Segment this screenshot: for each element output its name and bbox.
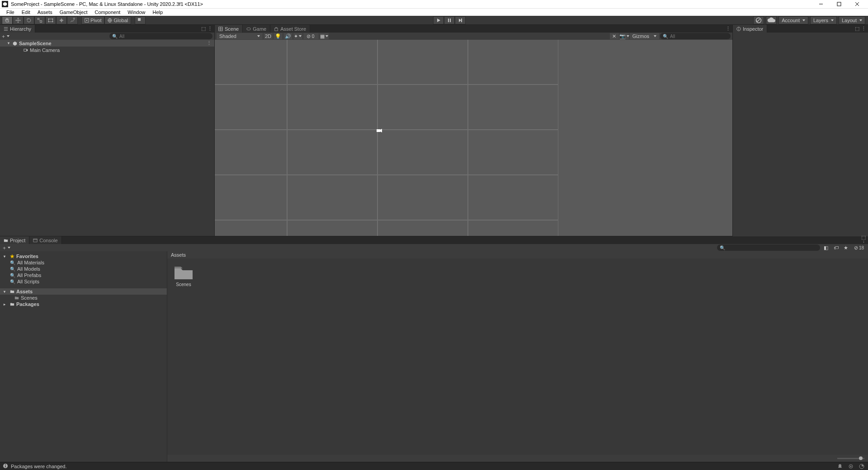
window-close-button[interactable] <box>848 0 866 8</box>
scene-context-icon[interactable]: ⋮ <box>207 40 212 46</box>
window-maximize-button[interactable] <box>830 0 848 8</box>
hierarchy-item-main-camera[interactable]: Main Camera <box>0 47 214 53</box>
scene-tools-button[interactable]: ✕ <box>610 33 619 39</box>
hierarchy-panel: Hierarchy ⬚ ⋮ ＋ 🔍 ▾ SampleScene ⋮ <box>0 25 215 236</box>
layout-dropdown[interactable]: Layout <box>839 16 865 24</box>
project-add-button[interactable]: ＋ <box>2 244 8 251</box>
menu-gameobject[interactable]: GameObject <box>56 9 91 15</box>
status-notification-icon[interactable] <box>836 463 844 470</box>
layers-dropdown[interactable]: Layers <box>810 16 837 24</box>
gizmos-dropdown[interactable]: Gizmos <box>630 33 659 39</box>
panel-lock-icon[interactable]: ⬚ <box>201 26 206 32</box>
scene-lighting-toggle[interactable]: 💡 <box>274 33 283 39</box>
svg-point-10 <box>52 19 53 19</box>
svg-rect-28 <box>461 19 462 22</box>
2d-toggle-button[interactable]: 2D <box>264 33 273 39</box>
panel-lock-icon[interactable]: ⬚ <box>861 235 866 240</box>
snap-toggle-button[interactable] <box>135 16 146 24</box>
project-hidden-toggle[interactable]: ⊘18 <box>852 244 866 251</box>
hand-tool-button[interactable] <box>2 16 13 24</box>
project-breadcrumb[interactable]: Assets <box>167 251 868 258</box>
hierarchy-search-input[interactable] <box>119 34 210 39</box>
hierarchy-add-button[interactable]: ＋ <box>2 33 8 39</box>
menu-file[interactable]: File <box>3 9 18 15</box>
pivot-toggle-button[interactable]: Pivot <box>81 16 104 24</box>
tree-fav-prefabs[interactable]: 🔍All Prefabs <box>0 272 167 278</box>
scene-tab[interactable]: Scene <box>215 25 243 33</box>
tree-fav-materials[interactable]: 🔍All Materials <box>0 259 167 266</box>
2d-label: 2D <box>265 33 271 39</box>
project-tab-label: Project <box>10 238 25 243</box>
status-progress-icon[interactable] <box>858 463 865 470</box>
scene-effects-dropdown[interactable]: ✦ <box>293 33 302 39</box>
transform-tool-button[interactable] <box>56 16 67 24</box>
scene-camera-dropdown[interactable]: 📷 <box>620 33 629 39</box>
menu-window[interactable]: Window <box>124 9 149 15</box>
tree-fav-models[interactable]: 🔍All Models <box>0 266 167 272</box>
game-tab[interactable]: Game <box>243 25 270 33</box>
scene-audio-toggle[interactable]: 🔊 <box>283 33 292 39</box>
tree-packages[interactable]: ▸Packages <box>0 301 167 307</box>
svg-rect-20 <box>138 18 139 19</box>
project-filter-label-button[interactable]: 🏷 <box>832 244 840 251</box>
search-icon: 🔍 <box>10 273 15 278</box>
svg-rect-23 <box>140 19 141 20</box>
eye-off-icon: ⊘ <box>854 245 858 251</box>
collab-button[interactable] <box>753 16 764 24</box>
global-toggle-button[interactable]: Global <box>104 16 131 24</box>
custom-tool-button[interactable] <box>67 16 78 24</box>
tree-assets[interactable]: ▾Assets <box>0 288 167 295</box>
hierarchy-scene-row[interactable]: ▾ SampleScene ⋮ <box>0 40 214 47</box>
project-favorite-button[interactable]: ★ <box>842 244 850 251</box>
hierarchy-search[interactable]: 🔍 <box>109 33 212 39</box>
scene-search[interactable]: 🔍 <box>660 33 731 39</box>
play-button[interactable] <box>433 16 444 24</box>
shading-mode-dropdown[interactable]: Shaded <box>217 33 263 39</box>
menu-assets[interactable]: Assets <box>34 9 56 15</box>
tree-favorites[interactable]: ▾★Favorites <box>0 253 167 259</box>
svg-rect-45 <box>33 239 37 242</box>
account-dropdown[interactable]: Account <box>778 16 808 24</box>
asset-item-scenes[interactable]: Scenes <box>173 264 194 287</box>
step-button[interactable] <box>455 16 466 24</box>
search-icon: 🔍 <box>112 34 118 39</box>
scale-tool-button[interactable] <box>34 16 45 24</box>
scene-viewport[interactable] <box>215 40 732 236</box>
inspector-tab[interactable]: Inspector <box>733 25 767 33</box>
window-minimize-button[interactable] <box>812 0 830 8</box>
asset-store-tab[interactable]: Asset Store <box>270 25 310 33</box>
console-tab[interactable]: Console <box>29 236 61 244</box>
project-filter-type-button[interactable]: ◧ <box>822 244 830 251</box>
pause-button[interactable] <box>444 16 455 24</box>
camera-gizmo-icon[interactable] <box>377 128 382 133</box>
effects-icon: ✦ <box>294 33 298 39</box>
scene-search-input[interactable] <box>670 34 728 39</box>
thumbnail-size-slider[interactable] <box>837 458 864 459</box>
panel-menu-icon[interactable]: ⋮ <box>861 26 866 32</box>
list-icon <box>4 27 8 31</box>
tree-fav-scripts[interactable]: 🔍All Scripts <box>0 278 167 285</box>
rotate-tool-button[interactable] <box>24 16 34 24</box>
scene-grid-dropdown[interactable]: ▦ <box>320 33 329 39</box>
menu-component[interactable]: Component <box>91 9 124 15</box>
svg-rect-25 <box>448 19 449 22</box>
cloud-button[interactable] <box>766 16 777 24</box>
info-icon <box>736 27 741 31</box>
scene-hidden-toggle[interactable]: ⊘0 <box>303 33 319 39</box>
panel-menu-icon[interactable]: ⋮ <box>725 26 731 32</box>
menu-edit[interactable]: Edit <box>18 9 34 15</box>
rect-tool-button[interactable] <box>45 16 56 24</box>
project-search[interactable]: 🔍 <box>717 244 820 251</box>
tree-assets-scenes[interactable]: Scenes <box>0 295 167 301</box>
game-icon <box>246 27 251 31</box>
project-tab[interactable]: Project <box>0 236 29 244</box>
project-search-input[interactable] <box>727 245 817 250</box>
status-debug-icon[interactable] <box>847 463 854 470</box>
panel-menu-icon[interactable]: ⋮ <box>207 26 212 32</box>
panel-lock-icon[interactable]: ⬚ <box>854 26 860 32</box>
svg-marker-33 <box>13 41 17 45</box>
menu-help[interactable]: Help <box>149 9 166 15</box>
console-icon <box>33 238 38 243</box>
hierarchy-tab[interactable]: Hierarchy <box>0 25 35 33</box>
move-tool-button[interactable] <box>13 16 24 24</box>
